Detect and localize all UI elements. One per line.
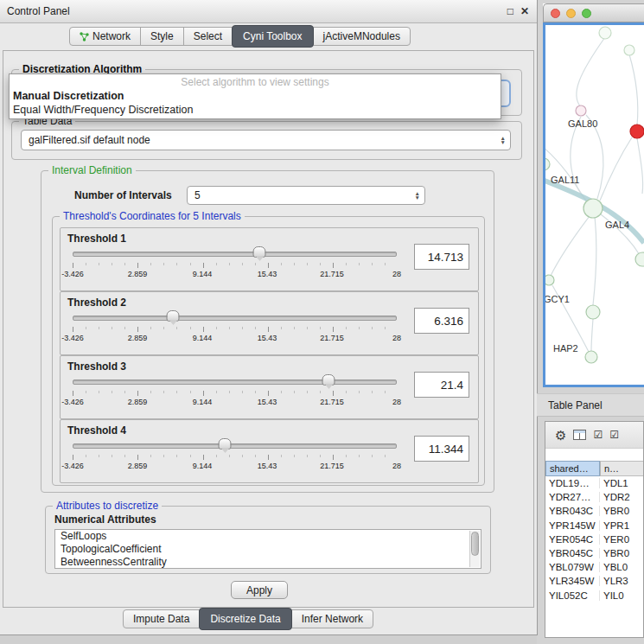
tab-impute-data[interactable]: Impute Data — [123, 609, 200, 628]
tab-style[interactable]: Style — [140, 27, 184, 46]
scrollbar-thumb[interactable] — [471, 532, 479, 556]
network-node[interactable] — [545, 275, 554, 285]
slider-track[interactable] — [73, 316, 397, 321]
table-cell[interactable]: YIL0 — [600, 590, 643, 601]
threshold-thumb-2[interactable] — [322, 374, 335, 386]
network-node[interactable] — [586, 305, 600, 319]
threshold-slider[interactable]: -3.426 2.859 9.144 15.43 21.715 28 — [73, 439, 397, 474]
network-node[interactable] — [599, 27, 611, 39]
column-header-shared-name[interactable]: shared… — [545, 461, 600, 476]
interval-definition-group: Interval Definition Number of Intervals … — [41, 170, 494, 493]
threshold-value-field[interactable]: 11.344 — [414, 436, 469, 462]
close-traffic-light[interactable] — [551, 9, 560, 18]
table-row[interactable]: YLR345W YLR3 — [545, 574, 643, 588]
table-cell[interactable]: YLR3 — [600, 576, 643, 586]
table-row[interactable]: YPR145W YPR1 — [545, 519, 643, 532]
table-cell[interactable]: YDR27… — [545, 492, 600, 502]
threshold-panel: Threshold 3 -3.426 2.859 9.144 15.43 21.… — [60, 355, 479, 419]
tab-select[interactable]: Select — [183, 27, 233, 46]
tab-network[interactable]: Network — [69, 27, 141, 46]
threshold-thumb-1[interactable] — [167, 310, 180, 322]
apply-button[interactable]: Apply — [231, 581, 288, 599]
numerical-attributes-label: Numerical Attributes — [54, 513, 156, 526]
threshold-slider[interactable]: -3.426 2.859 9.144 15.43 21.715 28 — [73, 311, 397, 346]
table-cell[interactable]: YPR1 — [600, 520, 643, 531]
network-node[interactable] — [576, 105, 586, 116]
table-row[interactable]: YIL052C YIL0 — [545, 589, 643, 603]
select-none-check-icon[interactable]: ☑ — [609, 430, 619, 440]
zoom-traffic-light[interactable] — [582, 9, 591, 18]
table-cell[interactable]: YER0 — [600, 534, 643, 545]
scale-label: 28 — [392, 334, 401, 342]
table-cell[interactable]: YBL079W — [545, 562, 600, 572]
popup-option-manual-discretization[interactable]: Manual Discretization — [10, 89, 501, 103]
list-item[interactable]: SelfLoops — [55, 530, 481, 543]
control-panel-titlebar[interactable]: Control Panel □ ✕ — [0, 0, 537, 23]
settings-gear-icon[interactable]: ⚙ — [555, 429, 566, 442]
table-cell[interactable]: YBL0 — [600, 562, 643, 572]
tab-discretize-data[interactable]: Discretize Data — [199, 608, 291, 630]
slider-ticks — [73, 327, 397, 332]
table-data-combobox[interactable]: galFiltered.sif default node ▲▼ — [21, 130, 511, 150]
tab-label: jActiveMNodules — [323, 30, 400, 42]
threshold-value-field[interactable]: 6.316 — [414, 308, 469, 334]
threshold-thumb-0[interactable] — [253, 246, 266, 258]
scale-label: 21.715 — [320, 334, 344, 342]
slider-scale: -3.426 2.859 9.144 15.43 21.715 28 — [73, 462, 397, 472]
slider-track[interactable] — [73, 379, 397, 385]
slider-track[interactable] — [73, 252, 397, 257]
table-cell[interactable]: YBR043C — [545, 506, 600, 516]
network-node[interactable] — [624, 45, 634, 55]
numerical-attributes-list[interactable]: SelfLoops TopologicalCoefficient Between… — [54, 529, 481, 569]
threshold-value-field[interactable]: 14.713 — [414, 244, 469, 270]
close-icon[interactable]: ✕ — [520, 0, 529, 22]
tab-cyni-toolbox[interactable]: Cyni Toolbox — [232, 25, 313, 48]
table-cell[interactable]: YIL052C — [545, 590, 600, 601]
scale-label: 15.43 — [258, 270, 277, 278]
scale-label: 21.715 — [320, 398, 344, 406]
column-header-name[interactable]: n… — [600, 461, 643, 476]
list-item[interactable]: TopologicalCoefficient — [55, 543, 481, 556]
network-node[interactable] — [635, 252, 644, 266]
select-all-check-icon[interactable]: ☑ — [593, 430, 603, 440]
slider-ticks — [73, 263, 397, 268]
table-row[interactable]: YBR045C YBR0 — [545, 546, 643, 560]
table-cell[interactable]: YBR045C — [545, 548, 600, 558]
threshold-thumb-3[interactable] — [219, 438, 232, 450]
table-cell[interactable]: YBR0 — [600, 506, 643, 516]
slider-scale: -3.426 2.859 9.144 15.43 21.715 28 — [73, 398, 397, 408]
table-row[interactable]: YBR043C YBR0 — [545, 504, 643, 518]
table-row[interactable]: YDL19… YDL1 — [545, 476, 643, 490]
slider-track[interactable] — [73, 443, 397, 449]
minimize-traffic-light[interactable] — [566, 9, 576, 18]
network-canvas[interactable]: GAL80 GAL11 GAL4 GCY1 HAP2 — [543, 22, 644, 387]
table-row[interactable]: YER054C YER0 — [545, 532, 643, 546]
table-cell[interactable]: YDL1 — [600, 478, 643, 488]
threshold-value-field[interactable]: 21.4 — [414, 372, 469, 398]
number-of-intervals-combobox[interactable]: 5 ▲▼ — [187, 186, 425, 205]
network-window-titlebar[interactable] — [543, 3, 644, 22]
group-title: Interval Definition — [48, 164, 136, 176]
table-cell[interactable]: YBR0 — [600, 548, 643, 558]
scale-label: 9.144 — [193, 462, 213, 470]
table-cell[interactable]: YDL19… — [545, 478, 600, 488]
network-node[interactable] — [585, 351, 597, 363]
list-item[interactable]: BetweennessCentrality — [55, 556, 481, 569]
network-node[interactable] — [545, 158, 550, 170]
popup-option-equal-width[interactable]: Equal Width/Frequency Discretization — [10, 103, 501, 117]
threshold-slider[interactable]: -3.426 2.859 9.144 15.43 21.715 28 — [73, 375, 397, 410]
float-window-icon[interactable]: □ — [507, 0, 513, 22]
column-manager-icon[interactable] — [573, 430, 586, 440]
table-cell[interactable]: YPR145W — [545, 520, 600, 531]
table-cell[interactable]: YLR345W — [545, 576, 600, 586]
tab-infer-network[interactable]: Infer Network — [291, 609, 373, 628]
table-row[interactable]: YDR27… YDR2 — [545, 490, 643, 504]
table-cell[interactable]: YDR2 — [600, 492, 643, 502]
selected-network-node[interactable] — [630, 124, 644, 138]
table-row[interactable]: YBL079W YBL0 — [545, 560, 643, 574]
tab-jactivemnodules[interactable]: jActiveMNodules — [313, 27, 411, 46]
network-node[interactable] — [583, 199, 603, 218]
threshold-slider[interactable]: -3.426 2.859 9.144 15.43 21.715 28 — [73, 247, 397, 282]
list-scrollbar[interactable] — [469, 531, 480, 567]
table-cell[interactable]: YER054C — [545, 534, 600, 545]
